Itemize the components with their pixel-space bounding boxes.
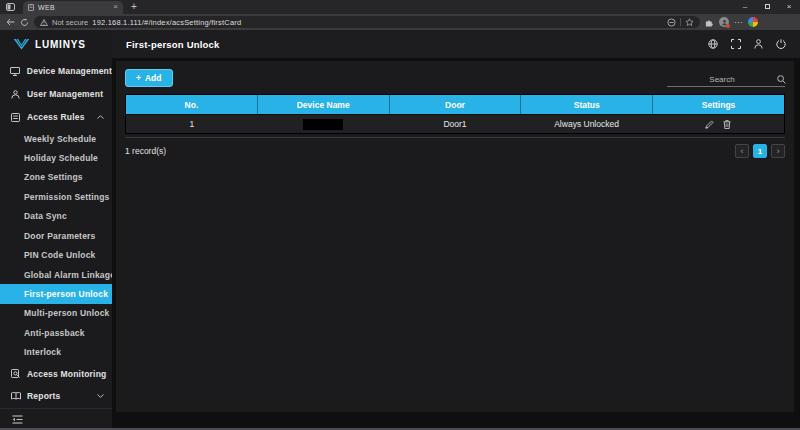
sidebar-item-pin-code-unlock[interactable]: PIN Code Unlock: [0, 245, 112, 264]
browser-menu-icon[interactable]: ⋯: [734, 18, 743, 27]
window-close-button[interactable]: ×: [778, 0, 800, 14]
pill-divider: [680, 18, 681, 26]
sidebar-item-holiday-schedule[interactable]: Holiday Schedule: [0, 148, 112, 167]
sidebar-item-interlock[interactable]: Interlock: [0, 343, 112, 362]
app-header: First-person Unlock: [112, 30, 800, 58]
sidebar-item-label: Device Management: [27, 66, 112, 76]
header-icons: [708, 39, 786, 49]
add-button[interactable]: + Add: [125, 69, 173, 87]
plus-icon: +: [136, 73, 141, 83]
sidebar-item-reports[interactable]: Reports: [0, 385, 112, 408]
new-tab-button[interactable]: +: [131, 2, 137, 12]
content-panel: + Add No. Device Name Door: [116, 61, 794, 412]
window-maximize-button[interactable]: [756, 0, 778, 14]
delete-trash-icon[interactable]: [723, 120, 731, 129]
sidebar-item-data-sync[interactable]: Data Sync: [0, 207, 112, 226]
access-monitoring-icon: [10, 369, 21, 378]
sidebar-item-access-rules[interactable]: Access Rules: [0, 106, 112, 129]
sidebar-footer: [0, 408, 112, 430]
sidebar-item-multi-person-unlock[interactable]: Multi-person Unlock: [0, 304, 112, 323]
sidebar-item-door-parameters[interactable]: Door Parameters: [0, 226, 112, 245]
back-icon[interactable]: [6, 18, 15, 26]
search-icon[interactable]: [777, 75, 786, 84]
table-underline: [125, 137, 785, 138]
window-controls: – ×: [734, 0, 800, 14]
column-header-status: Status: [521, 95, 653, 114]
cell-device-name: [258, 115, 390, 133]
column-header-settings: Settings: [653, 95, 784, 114]
tab-layout-icon[interactable]: [3, 1, 17, 13]
reload-icon[interactable]: [20, 18, 29, 27]
sidebar-item-zone-settings[interactable]: Zone Settings: [0, 168, 112, 187]
sidebar-menu: Device Management User Management Access…: [0, 58, 112, 408]
maximize-icon: [765, 4, 770, 9]
blocked-content-icon[interactable]: [667, 18, 676, 27]
not-secure-warning-icon: [40, 19, 48, 26]
reports-icon: [10, 392, 21, 400]
sidebar-item-anti-passback[interactable]: Anti-passback: [0, 323, 112, 342]
main-area: First-person Unlock: [112, 30, 800, 430]
records-table: No. Device Name Door Status Settings 1 D…: [125, 94, 785, 134]
fullscreen-icon[interactable]: [731, 39, 741, 49]
sidebar-item-label: User Management: [27, 89, 103, 99]
chevron-up-icon: [97, 115, 104, 119]
access-rules-icon: [10, 113, 21, 122]
sidebar-item-global-alarm-linkage[interactable]: Global Alarm Linkage: [0, 265, 112, 284]
extensions-puzzle-icon[interactable]: [705, 18, 714, 27]
pagination: ‹ 1 ›: [735, 144, 785, 158]
table-footer: 1 record(s) ‹ 1 ›: [125, 144, 785, 158]
redacted-device-name: [303, 119, 343, 130]
sidebar-item-access-monitoring[interactable]: Access Monitoring: [0, 362, 112, 385]
column-header-device-name: Device Name: [258, 95, 390, 114]
chevron-down-icon: [97, 394, 104, 398]
app-window: LUMINYS Device Management User Managemen…: [0, 30, 800, 430]
address-bar[interactable]: Not secure 192.168.1.111/#/index/acsSett…: [34, 16, 700, 28]
pagination-prev-button[interactable]: ‹: [735, 144, 749, 158]
column-header-door: Door: [390, 95, 522, 114]
cell-door: Door1: [389, 115, 521, 133]
edit-icon[interactable]: [705, 120, 714, 129]
pagination-next-button[interactable]: ›: [771, 144, 785, 158]
luminys-logo-icon: [13, 38, 30, 50]
url-text: 192.168.1.111/#/index/acsSetting/firstCa…: [92, 18, 663, 27]
browser-tab[interactable]: WEB ×: [23, 1, 123, 14]
browser-profile-avatar[interactable]: [719, 17, 729, 27]
table-header-row: No. Device Name Door Status Settings: [126, 95, 784, 114]
page-title: First-person Unlock: [126, 39, 220, 50]
column-header-no: No.: [126, 95, 258, 114]
sidebar: LUMINYS Device Management User Managemen…: [0, 30, 112, 430]
tab-title: WEB: [38, 4, 109, 11]
record-count: 1 record(s): [125, 146, 166, 156]
sidebar-item-user-management[interactable]: User Management: [0, 83, 112, 106]
collapse-sidebar-icon[interactable]: [12, 415, 23, 424]
tab-close-icon[interactable]: ×: [113, 3, 118, 11]
screen: WEB × + – × Not secure 192.168.1.111/#/i…: [0, 0, 800, 430]
avatar-notification-badge: [726, 24, 730, 28]
search-input[interactable]: [667, 75, 777, 84]
sidebar-item-permission-settings[interactable]: Permission Settings: [0, 187, 112, 206]
content-toolbar: + Add: [125, 69, 785, 87]
user-management-icon: [10, 90, 21, 99]
brand-name: LUMINYS: [35, 39, 86, 50]
sidebar-item-label: Access Rules: [27, 112, 85, 122]
sidebar-item-weekly-schedule[interactable]: Weekly Schedule: [0, 129, 112, 148]
browser-toolbar: Not secure 192.168.1.111/#/index/acsSett…: [0, 14, 800, 30]
bookmark-star-icon[interactable]: [685, 18, 694, 27]
language-globe-icon[interactable]: [708, 39, 718, 49]
power-logout-icon[interactable]: [776, 39, 786, 49]
user-account-icon[interactable]: [754, 39, 763, 49]
cell-status: Always Unlocked: [521, 115, 653, 133]
cell-no: 1: [126, 115, 258, 133]
window-minimize-button[interactable]: –: [734, 0, 756, 14]
cell-settings: [652, 115, 784, 133]
pagination-page-1[interactable]: 1: [753, 144, 767, 158]
not-secure-label: Not secure: [52, 18, 88, 27]
sidebar-item-device-management[interactable]: Device Management: [0, 60, 112, 83]
brand-logo: LUMINYS: [0, 30, 112, 58]
device-management-icon: [10, 67, 21, 76]
add-button-label: Add: [145, 73, 162, 83]
chrome-profile-icon[interactable]: [748, 17, 758, 27]
search-field: [667, 75, 785, 87]
browser-tab-strip: WEB × + – ×: [0, 0, 800, 14]
sidebar-item-first-person-unlock[interactable]: First-person Unlock: [0, 284, 112, 303]
